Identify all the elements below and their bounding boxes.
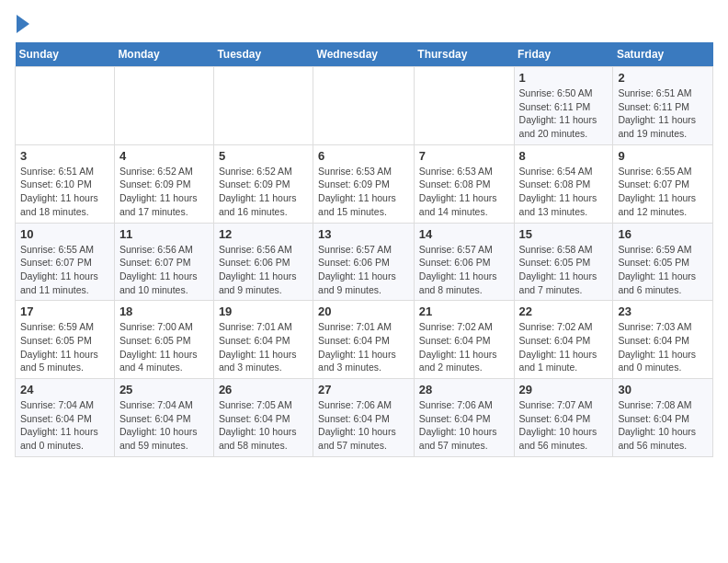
day-info: Sunrise: 6:53 AM Sunset: 6:08 PM Dayligh… — [419, 165, 509, 219]
day-number: 10 — [20, 227, 109, 241]
day-info: Sunrise: 7:08 AM Sunset: 6:04 PM Dayligh… — [618, 398, 708, 453]
day-info: Sunrise: 7:01 AM Sunset: 6:04 PM Dayligh… — [318, 320, 409, 374]
day-info: Sunrise: 6:55 AM Sunset: 6:07 PM Dayligh… — [618, 165, 708, 219]
calendar-cell: 15Sunrise: 6:58 AM Sunset: 6:05 PM Dayli… — [514, 223, 613, 301]
weekday-header-wednesday: Wednesday — [313, 42, 415, 67]
day-info: Sunrise: 7:02 AM Sunset: 6:04 PM Dayligh… — [419, 320, 509, 374]
day-info: Sunrise: 6:52 AM Sunset: 6:09 PM Dayligh… — [119, 165, 209, 219]
logo-arrow-icon — [17, 15, 29, 33]
calendar-cell — [313, 67, 415, 145]
day-number: 21 — [419, 304, 509, 318]
calendar-cell — [114, 67, 213, 145]
calendar-cell: 3Sunrise: 6:51 AM Sunset: 6:10 PM Daylig… — [16, 144, 115, 223]
day-number: 1 — [519, 71, 609, 85]
calendar-cell: 8Sunrise: 6:54 AM Sunset: 6:08 PM Daylig… — [514, 144, 613, 223]
day-number: 30 — [618, 383, 708, 396]
day-info: Sunrise: 6:54 AM Sunset: 6:08 PM Dayligh… — [519, 165, 609, 219]
calendar-cell: 7Sunrise: 6:53 AM Sunset: 6:08 PM Daylig… — [414, 144, 514, 223]
day-number: 5 — [219, 149, 308, 163]
day-info: Sunrise: 6:57 AM Sunset: 6:06 PM Dayligh… — [318, 243, 409, 297]
day-number: 14 — [419, 227, 509, 241]
calendar-cell: 18Sunrise: 7:00 AM Sunset: 6:05 PM Dayli… — [114, 301, 213, 379]
day-info: Sunrise: 6:55 AM Sunset: 6:07 PM Dayligh… — [20, 243, 109, 297]
calendar-cell: 27Sunrise: 7:06 AM Sunset: 6:04 PM Dayli… — [313, 379, 415, 457]
day-info: Sunrise: 7:06 AM Sunset: 6:04 PM Dayligh… — [318, 398, 409, 453]
calendar-cell: 20Sunrise: 7:01 AM Sunset: 6:04 PM Dayli… — [313, 301, 415, 379]
day-number: 13 — [318, 227, 409, 241]
day-info: Sunrise: 6:59 AM Sunset: 6:05 PM Dayligh… — [20, 320, 109, 374]
calendar-cell: 30Sunrise: 7:08 AM Sunset: 6:04 PM Dayli… — [613, 379, 713, 457]
day-number: 29 — [519, 383, 609, 396]
day-number: 9 — [618, 149, 708, 163]
day-number: 3 — [20, 149, 109, 163]
day-info: Sunrise: 6:56 AM Sunset: 6:07 PM Dayligh… — [119, 243, 209, 297]
day-info: Sunrise: 7:01 AM Sunset: 6:04 PM Dayligh… — [219, 320, 308, 374]
calendar-cell: 12Sunrise: 6:56 AM Sunset: 6:06 PM Dayli… — [213, 223, 313, 301]
day-number: 11 — [119, 227, 209, 241]
calendar-cell: 14Sunrise: 6:57 AM Sunset: 6:06 PM Dayli… — [414, 223, 514, 301]
calendar-cell: 23Sunrise: 7:03 AM Sunset: 6:04 PM Dayli… — [613, 301, 713, 379]
calendar-table: SundayMondayTuesdayWednesdayThursdayFrid… — [15, 42, 713, 457]
page-header — [15, 15, 713, 33]
day-info: Sunrise: 7:06 AM Sunset: 6:04 PM Dayligh… — [419, 398, 509, 453]
day-number: 19 — [219, 304, 308, 318]
calendar-cell: 1Sunrise: 6:50 AM Sunset: 6:11 PM Daylig… — [514, 67, 613, 145]
calendar-cell: 10Sunrise: 6:55 AM Sunset: 6:07 PM Dayli… — [16, 223, 115, 301]
calendar-week-4: 17Sunrise: 6:59 AM Sunset: 6:05 PM Dayli… — [16, 301, 713, 379]
day-info: Sunrise: 6:59 AM Sunset: 6:05 PM Dayligh… — [618, 243, 708, 297]
calendar-week-3: 10Sunrise: 6:55 AM Sunset: 6:07 PM Dayli… — [16, 223, 713, 301]
calendar-cell: 28Sunrise: 7:06 AM Sunset: 6:04 PM Dayli… — [414, 379, 514, 457]
day-info: Sunrise: 6:52 AM Sunset: 6:09 PM Dayligh… — [219, 165, 308, 219]
day-number: 8 — [519, 149, 609, 163]
calendar-cell: 29Sunrise: 7:07 AM Sunset: 6:04 PM Dayli… — [514, 379, 613, 457]
day-info: Sunrise: 6:57 AM Sunset: 6:06 PM Dayligh… — [419, 243, 509, 297]
calendar-cell: 22Sunrise: 7:02 AM Sunset: 6:04 PM Dayli… — [514, 301, 613, 379]
day-number: 23 — [618, 304, 708, 318]
calendar-cell: 24Sunrise: 7:04 AM Sunset: 6:04 PM Dayli… — [16, 379, 115, 457]
weekday-header-sunday: Sunday — [16, 42, 115, 67]
calendar-week-2: 3Sunrise: 6:51 AM Sunset: 6:10 PM Daylig… — [16, 144, 713, 223]
weekday-header-saturday: Saturday — [613, 42, 713, 67]
day-info: Sunrise: 7:00 AM Sunset: 6:05 PM Dayligh… — [119, 320, 209, 374]
day-number: 4 — [119, 149, 209, 163]
calendar-cell: 16Sunrise: 6:59 AM Sunset: 6:05 PM Dayli… — [613, 223, 713, 301]
calendar-cell: 19Sunrise: 7:01 AM Sunset: 6:04 PM Dayli… — [213, 301, 313, 379]
calendar-cell: 2Sunrise: 6:51 AM Sunset: 6:11 PM Daylig… — [613, 67, 713, 145]
day-number: 7 — [419, 149, 509, 163]
weekday-header-friday: Friday — [514, 42, 613, 67]
day-info: Sunrise: 6:51 AM Sunset: 6:10 PM Dayligh… — [20, 165, 109, 219]
day-info: Sunrise: 6:50 AM Sunset: 6:11 PM Dayligh… — [519, 86, 609, 141]
calendar-cell — [414, 67, 514, 145]
day-number: 12 — [219, 227, 308, 241]
day-number: 2 — [618, 71, 708, 85]
day-number: 26 — [219, 383, 308, 396]
day-info: Sunrise: 7:05 AM Sunset: 6:04 PM Dayligh… — [219, 398, 308, 453]
calendar-cell — [213, 67, 313, 145]
day-number: 28 — [419, 383, 509, 396]
day-number: 27 — [318, 383, 409, 396]
day-info: Sunrise: 6:56 AM Sunset: 6:06 PM Dayligh… — [219, 243, 308, 297]
weekday-header-monday: Monday — [114, 42, 213, 67]
day-number: 6 — [318, 149, 409, 163]
day-info: Sunrise: 7:07 AM Sunset: 6:04 PM Dayligh… — [519, 398, 609, 453]
weekday-header-tuesday: Tuesday — [213, 42, 313, 67]
calendar-cell: 5Sunrise: 6:52 AM Sunset: 6:09 PM Daylig… — [213, 144, 313, 223]
day-number: 22 — [519, 304, 609, 318]
day-number: 16 — [618, 227, 708, 241]
calendar-week-5: 24Sunrise: 7:04 AM Sunset: 6:04 PM Dayli… — [16, 379, 713, 457]
calendar-cell: 26Sunrise: 7:05 AM Sunset: 6:04 PM Dayli… — [213, 379, 313, 457]
calendar-cell: 21Sunrise: 7:02 AM Sunset: 6:04 PM Dayli… — [414, 301, 514, 379]
day-number: 24 — [20, 383, 109, 396]
day-number: 20 — [318, 304, 409, 318]
calendar-cell: 6Sunrise: 6:53 AM Sunset: 6:09 PM Daylig… — [313, 144, 415, 223]
day-info: Sunrise: 7:04 AM Sunset: 6:04 PM Dayligh… — [20, 398, 109, 453]
day-number: 18 — [119, 304, 209, 318]
calendar-cell: 9Sunrise: 6:55 AM Sunset: 6:07 PM Daylig… — [613, 144, 713, 223]
calendar-cell: 25Sunrise: 7:04 AM Sunset: 6:04 PM Dayli… — [114, 379, 213, 457]
day-info: Sunrise: 7:04 AM Sunset: 6:04 PM Dayligh… — [119, 398, 209, 453]
day-info: Sunrise: 6:53 AM Sunset: 6:09 PM Dayligh… — [318, 165, 409, 219]
day-info: Sunrise: 7:03 AM Sunset: 6:04 PM Dayligh… — [618, 320, 708, 374]
day-info: Sunrise: 6:58 AM Sunset: 6:05 PM Dayligh… — [519, 243, 609, 297]
calendar-cell — [16, 67, 115, 145]
logo — [15, 15, 29, 33]
